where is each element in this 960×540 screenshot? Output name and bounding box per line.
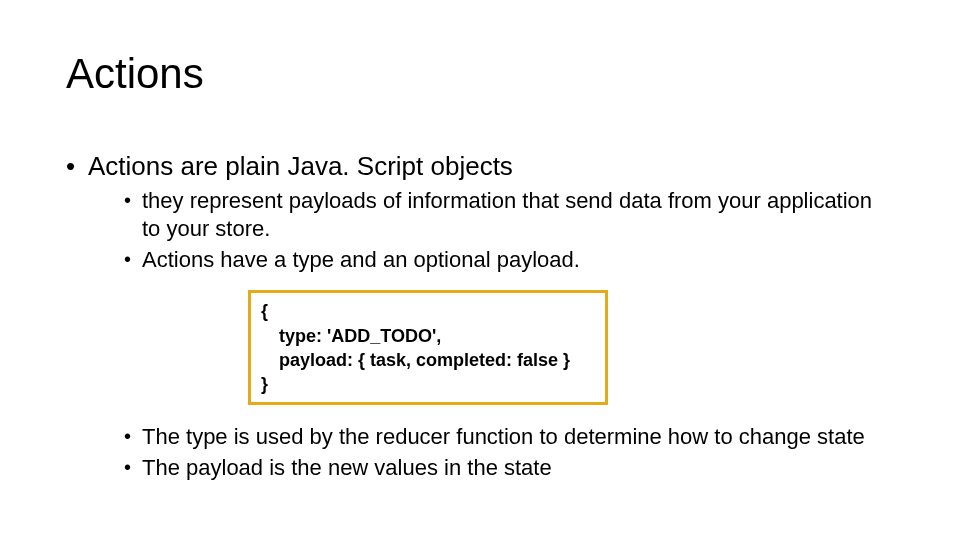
bullet-list-level2: they represent payloads of information t… (88, 187, 896, 275)
bullet-list-level2: The type is used by the reducer function… (88, 423, 896, 482)
bullet-item: Actions are plain Java. Script objects t… (66, 150, 896, 483)
bullet-text: Actions are plain Java. Script objects (88, 151, 513, 181)
code-line: } (261, 372, 595, 396)
bullet-text: Actions have a type and an optional payl… (142, 247, 580, 272)
slide: Actions Actions are plain Java. Script o… (0, 0, 960, 540)
bullet-text: The type is used by the reducer function… (142, 424, 865, 449)
slide-body: Actions are plain Java. Script objects t… (66, 150, 896, 489)
bullet-item: The payload is the new values in the sta… (124, 454, 896, 483)
code-line: payload: { task, completed: false } (261, 348, 595, 372)
bullet-text: they represent payloads of information t… (142, 188, 872, 242)
bullet-item: they represent payloads of information t… (124, 187, 896, 244)
bullet-text: The payload is the new values in the sta… (142, 455, 552, 480)
code-line: type: 'ADD_TODO', (261, 324, 595, 348)
slide-title: Actions (66, 50, 204, 98)
bullet-item: The type is used by the reducer function… (124, 423, 896, 452)
code-example-box: { type: 'ADD_TODO', payload: { task, com… (248, 290, 608, 405)
bullet-item: Actions have a type and an optional payl… (124, 246, 896, 275)
code-line: { (261, 299, 595, 323)
bullet-list-level1: Actions are plain Java. Script objects t… (66, 150, 896, 483)
